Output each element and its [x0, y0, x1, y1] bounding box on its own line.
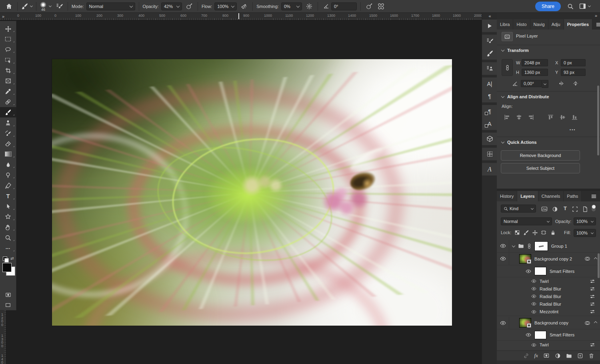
horizontal-ruler[interactable]: 0100010020030040050060070080090010001100… [0, 13, 482, 20]
filter-name[interactable]: Radial Blur [540, 286, 561, 291]
patterns-panel-icon[interactable] [482, 148, 497, 160]
panel-menu-icon[interactable] [592, 19, 600, 30]
visibility-eye-icon[interactable] [500, 256, 506, 262]
delete-layer-icon[interactable] [588, 353, 594, 359]
visibility-eye-icon[interactable] [531, 342, 536, 348]
tab-adjustments[interactable]: Adju [548, 19, 564, 30]
spot-healing-brush-tool[interactable] [0, 97, 16, 107]
character-panel-icon[interactable]: A| [482, 78, 497, 90]
crop-tool[interactable] [0, 66, 16, 76]
toolbar-expand-icon[interactable]: » [2, 14, 4, 19]
swap-colors-icon[interactable]: ⇄ [10, 256, 14, 261]
rectangular-marquee-tool[interactable] [0, 34, 16, 44]
brush-settings-panel-icon[interactable] [482, 35, 497, 47]
dodge-tool[interactable] [0, 170, 16, 180]
select-subject-button[interactable]: Select Subject [501, 163, 580, 173]
tab-navigator[interactable]: Navig [530, 19, 548, 30]
quick-mask-mode-button[interactable] [0, 290, 16, 300]
airbrush-icon[interactable] [239, 2, 249, 11]
width-field[interactable]: 2048 px [522, 59, 548, 66]
flow-dropdown[interactable]: 100% [214, 2, 237, 10]
filter-row-mezzotint[interactable]: Mezzotint [497, 308, 600, 316]
height-field[interactable]: 1360 px [522, 69, 548, 76]
zoom-tool[interactable] [0, 233, 16, 243]
opacity-dropdown[interactable]: 42% [161, 2, 182, 10]
smart-filters-label[interactable]: Smart Filters [550, 332, 574, 337]
symmetry-butterfly-icon[interactable] [376, 2, 386, 11]
rotation-field[interactable]: 0,00° [521, 80, 542, 87]
collapse-dock-icon[interactable]: « [482, 13, 497, 19]
lock-position-icon[interactable] [531, 229, 538, 236]
layer-name[interactable]: Background copy 2 [534, 257, 572, 261]
brush-preset-picker[interactable]: 46 [40, 2, 51, 11]
filter-type-layers-icon[interactable]: T [562, 205, 569, 212]
paragraph-panel-icon[interactable]: ¶ [482, 90, 497, 102]
blur-tool[interactable] [0, 159, 16, 170]
visibility-eye-icon[interactable] [500, 243, 506, 249]
filter-row-radial-blur[interactable]: Radial Blur [497, 285, 600, 292]
filter-row-twirl[interactable]: Twirl [497, 277, 600, 285]
canvas-pasteboard[interactable] [0, 20, 482, 364]
layer-thumbnail[interactable] [519, 318, 531, 328]
align-horizontal-center-icon[interactable] [515, 113, 522, 121]
filter-adjustment-layers-icon[interactable] [551, 205, 558, 213]
clone-stamp-tool[interactable] [0, 117, 16, 128]
frame-tool[interactable] [0, 76, 16, 86]
filter-blending-options-icon[interactable] [590, 342, 595, 348]
foreground-color-swatch[interactable] [2, 263, 12, 272]
filter-blending-options-icon[interactable] [590, 278, 595, 284]
quick-actions-header[interactable]: Quick Actions [502, 140, 537, 145]
layer-style-fx-icon[interactable]: fx [534, 352, 538, 359]
layer-row-group[interactable]: Group 1 [497, 240, 600, 253]
filter-shape-layers-icon[interactable] [571, 205, 578, 213]
glyphs-panel-icon[interactable]: A [482, 163, 497, 175]
history-brush-tool[interactable] [0, 128, 16, 139]
character-styles-panel-icon[interactable]: A [482, 117, 497, 130]
lock-artboard-icon[interactable] [540, 229, 547, 236]
visibility-eye-icon[interactable] [500, 320, 506, 326]
vertical-ruler[interactable]: 120013001400 [0, 310, 6, 364]
transform-section-header[interactable]: Transform [502, 48, 529, 53]
path-selection-tool[interactable] [0, 201, 16, 212]
smart-filters-label[interactable]: Smart Filters [550, 269, 574, 274]
filter-kind-dropdown[interactable]: Kind [501, 205, 536, 213]
align-right-icon[interactable] [527, 113, 534, 121]
filter-row-radial-blur[interactable]: Radial Blur [497, 292, 600, 300]
size-pressure-icon[interactable] [364, 2, 374, 11]
add-layer-mask-icon[interactable] [543, 353, 550, 358]
smoothing-dropdown[interactable]: 0% [281, 2, 302, 10]
filter-name[interactable]: Radial Blur [540, 294, 561, 299]
lock-all-icon[interactable] [549, 229, 556, 236]
group-expand-chevron[interactable] [512, 244, 515, 247]
align-vertical-center-icon[interactable] [559, 113, 566, 121]
filter-row-radial-blur[interactable]: Radial Blur [497, 300, 600, 308]
filter-row-twirl[interactable]: Twirl [497, 341, 600, 349]
custom-shape-tool[interactable] [0, 212, 16, 222]
actions-panel-icon[interactable] [482, 20, 497, 32]
new-adjustment-layer-icon[interactable] [555, 353, 561, 359]
edit-toolbar-ellipsis[interactable]: ••• [0, 243, 16, 253]
clone-source-panel-icon[interactable] [482, 62, 497, 75]
visibility-eye-icon[interactable] [531, 294, 536, 299]
hand-tool[interactable] [0, 222, 16, 233]
screen-mode-button[interactable] [0, 300, 16, 310]
align-top-icon[interactable] [547, 113, 554, 121]
blend-mode-dropdown[interactable]: Normal [86, 2, 135, 10]
paragraph-styles-panel-icon[interactable]: ¶ [482, 105, 497, 117]
pen-tool[interactable] [0, 180, 16, 191]
layer-fill-dropdown[interactable]: 100% [574, 229, 596, 237]
flip-horizontal-icon[interactable] [558, 80, 565, 87]
smoothing-gear-icon[interactable] [304, 2, 314, 11]
lock-image-pixels-icon[interactable] [522, 229, 530, 236]
layer-blend-mode-dropdown[interactable]: Normal [501, 217, 552, 225]
align-more-options-icon[interactable]: ••• [570, 128, 576, 132]
filter-name[interactable]: Radial Blur [540, 302, 561, 306]
lock-transparent-pixels-icon[interactable] [514, 229, 521, 236]
eyedropper-tool[interactable] [0, 86, 16, 97]
tab-properties[interactable]: Properties [564, 19, 592, 30]
filter-blending-options-icon[interactable] [590, 286, 595, 292]
filter-mask-thumbnail[interactable] [534, 331, 546, 339]
share-button[interactable]: Share [535, 2, 561, 11]
filter-mask-thumbnail[interactable] [534, 267, 546, 275]
collapse-filters-chevron[interactable] [594, 257, 597, 260]
